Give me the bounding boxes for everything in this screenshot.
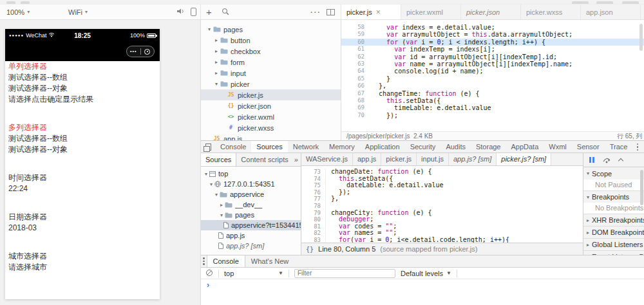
sources-tree-item[interactable]: appservice?t=153441506	[201, 220, 301, 230]
editor-code[interactable]: 58 var indexs = e.detail.value;59 var ar…	[341, 20, 644, 119]
new-file-button[interactable]: +	[206, 5, 212, 19]
debugger-scrollbar[interactable]	[640, 170, 643, 205]
line-number[interactable]: 64	[341, 68, 371, 75]
debugger-section-header[interactable]: ▾Breakpoints	[583, 190, 644, 203]
devtools-tab-memory[interactable]: Memory	[324, 141, 360, 152]
zoom-dropdown[interactable]: 100% ▾	[6, 5, 30, 19]
line-number[interactable]: 65	[341, 75, 371, 82]
editor-tab[interactable]: picker.json	[461, 5, 521, 19]
file-tree-item[interactable]: JSapp.js	[201, 133, 341, 140]
file-tree-item[interactable]: ▸form	[201, 57, 341, 68]
line-number[interactable]: 81	[301, 223, 326, 230]
sources-code[interactable]: 73changeDate: function (e) {74 this.setD…	[301, 166, 583, 243]
file-tree-item[interactable]: JSpicker.js	[201, 89, 341, 100]
editor-tab[interactable]: picker.wxml	[401, 5, 461, 19]
devtools-tab-audits[interactable]: Audits	[440, 141, 471, 152]
mini-program-text-line[interactable]: 2018-03	[8, 223, 156, 234]
devtools-tab-trace[interactable]: Trace	[605, 141, 633, 152]
debugger-section-header[interactable]: ▸XHR Breakpoints	[583, 214, 644, 226]
file-tree-item[interactable]: ▾picker	[201, 79, 341, 89]
network-dropdown[interactable]: WiFi ▾	[68, 5, 88, 19]
sources-tree-item[interactable]: ▾127.0.0.1:54351	[201, 179, 301, 189]
volume-button[interactable]	[176, 5, 185, 19]
line-number[interactable]: 75	[301, 182, 326, 189]
step-over-button[interactable]	[602, 156, 611, 165]
mini-program-text-line[interactable]: 测试选择器--数组	[8, 133, 156, 144]
devtools-tab-appdata[interactable]: AppData	[506, 141, 544, 152]
devtools-tab-application[interactable]: Application	[360, 141, 405, 152]
editor-tab[interactable]: picker.js×	[341, 5, 401, 19]
pause-button[interactable]	[589, 157, 594, 163]
chevron-right-icon[interactable]: ▸	[213, 59, 220, 65]
chevron-down-icon[interactable]: ▾	[213, 81, 220, 87]
chevron-down-icon[interactable]: ▾	[213, 192, 220, 198]
mini-program-text-line[interactable]: 测试选择器--对象	[8, 83, 156, 94]
chevron-right-icon[interactable]: ▸	[213, 48, 220, 54]
tab-content-scripts[interactable]: Content scripts	[236, 153, 292, 166]
line-number[interactable]: 77	[301, 196, 326, 203]
filter-input[interactable]	[294, 269, 395, 278]
drawer-menu-button[interactable]	[201, 257, 207, 265]
debugger-section-header[interactable]: ▸DOM Breakpoints	[583, 226, 644, 238]
clear-console-button[interactable]	[205, 269, 213, 278]
sources-tree-item[interactable]: ▸__dev__	[201, 199, 301, 210]
tab-whats-new[interactable]: What's New	[245, 255, 294, 267]
pretty-print-button[interactable]: {}	[306, 246, 314, 253]
line-number[interactable]: 69	[341, 104, 371, 111]
line-number[interactable]: 59	[341, 31, 371, 38]
line-number[interactable]: 70	[341, 112, 371, 119]
tab-sources[interactable]: Sources	[201, 153, 236, 166]
sources-tree-item[interactable]: ▾top	[201, 169, 301, 179]
line-number[interactable]: 79	[301, 210, 326, 217]
capsule-home-button[interactable]	[141, 49, 155, 55]
log-levels-dropdown[interactable]: Default levels ▼	[401, 270, 451, 277]
file-tree-item[interactable]: #picker.wxss	[201, 122, 341, 133]
devtools-tab-wxml[interactable]: Wxml	[544, 141, 572, 152]
console-prompt[interactable]: ›	[207, 281, 209, 290]
tab-console[interactable]: Console	[207, 255, 245, 267]
sources-tree-item[interactable]: ▾appservice	[201, 189, 301, 199]
file-tree-item[interactable]: ▸button	[201, 35, 341, 46]
chevron-right-icon[interactable]: ▸	[213, 37, 220, 43]
line-number[interactable]: 61	[341, 46, 371, 53]
sources-tree-item[interactable]: ▾pages	[201, 210, 301, 220]
devtools-tab-storage[interactable]: Storage	[471, 141, 506, 152]
more-actions-button[interactable]: ···	[310, 5, 321, 19]
chevron-right-icon[interactable]: ▸	[213, 70, 220, 76]
sources-file-tab[interactable]: WAService.js	[301, 153, 353, 165]
mini-program-text-line[interactable]: 22:24	[8, 183, 156, 194]
line-number[interactable]: 78	[301, 203, 326, 210]
context-selector[interactable]: top ▼	[224, 270, 283, 277]
line-number[interactable]: 80	[301, 216, 326, 223]
chevron-down-icon[interactable]: ▾	[203, 171, 209, 177]
sources-file-tab[interactable]: app.js? [sm]	[449, 153, 497, 165]
editor-tab[interactable]: picker.wxss	[521, 5, 581, 19]
sources-file-tab[interactable]: input.js	[417, 153, 449, 165]
debugger-section-header[interactable]: ▸Global Listeners	[583, 238, 644, 250]
line-number[interactable]: 62	[341, 53, 371, 60]
chevron-down-icon[interactable]: ▾	[218, 212, 225, 218]
debugger-section-header[interactable]: ▸Event Listener Breakpoints	[583, 250, 644, 255]
step-out-button[interactable]	[618, 158, 623, 163]
mini-program-text-line[interactable]: 请选择点击确定显示结果	[8, 94, 156, 105]
debugger-section-header[interactable]: ▾Scope	[583, 167, 644, 180]
toggle-device-toolbar-button[interactable]	[201, 141, 215, 152]
mini-program-text-line[interactable]: 测试选择器--数组	[8, 72, 156, 83]
sources-tree-item[interactable]: app.js? [sm]	[201, 241, 301, 251]
devtools-tab-sensor[interactable]: Sensor	[572, 141, 605, 152]
line-number[interactable]: 73	[301, 169, 326, 176]
line-number[interactable]: 76	[301, 189, 326, 196]
file-tree-item[interactable]: ▸input	[201, 68, 341, 79]
line-number[interactable]: 82	[301, 230, 326, 237]
overflow-chevron-icon[interactable]: »	[294, 156, 298, 163]
chevron-down-icon[interactable]: ▾	[208, 181, 214, 187]
chevron-down-icon[interactable]: ▾	[206, 26, 213, 32]
editor-scrollbar[interactable]	[639, 24, 643, 51]
devtools-tab-console[interactable]: Console	[215, 141, 251, 152]
devtools-tab-security[interactable]: Security	[405, 141, 441, 152]
console-output[interactable]: ›	[201, 279, 644, 305]
close-icon[interactable]: ×	[376, 8, 381, 17]
capsule-more-button[interactable]: •••	[127, 46, 140, 57]
devtools-menu-button[interactable]	[635, 143, 641, 151]
line-number[interactable]: 66	[341, 82, 371, 89]
